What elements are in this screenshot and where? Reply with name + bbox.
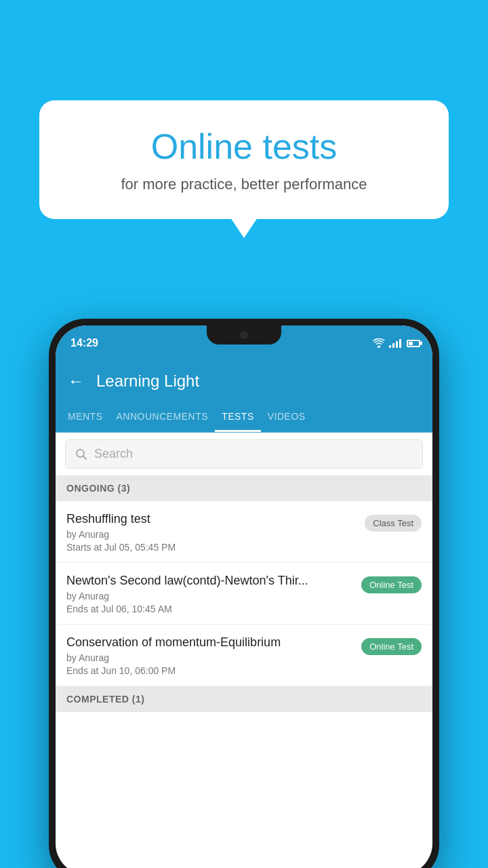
app-title: Learning Light: [96, 372, 199, 391]
svg-point-0: [378, 346, 380, 348]
tab-ments[interactable]: MENTS: [61, 401, 110, 432]
speech-bubble-title: Online tests: [73, 127, 415, 166]
camera-dot: [240, 331, 248, 339]
test-badge-3: Online Test: [361, 638, 422, 655]
phone-inner: 14:29: [56, 326, 432, 868]
tab-tests[interactable]: TESTS: [215, 401, 261, 432]
status-bar: 14:29: [56, 326, 432, 361]
phone-container: 14:29: [49, 319, 439, 868]
wifi-icon: [373, 338, 385, 348]
test-badge-1: Class Test: [365, 515, 422, 532]
ongoing-section-header: ONGOING (3): [56, 475, 432, 501]
test-item-left-2: Newton's Second law(contd)-Newton's Thir…: [66, 574, 354, 614]
signal-bars-icon: [389, 338, 401, 348]
test-item[interactable]: Reshuffling test by Anurag Starts at Jul…: [56, 501, 432, 563]
completed-section-header: COMPLETED (1): [56, 686, 432, 712]
test-item-3[interactable]: Conservation of momentum-Equilibrium by …: [56, 625, 432, 686]
battery-icon: [407, 340, 420, 347]
test-date-3: Ends at Jun 10, 06:00 PM: [66, 665, 354, 676]
notch: [207, 326, 281, 344]
test-author-3: by Anurag: [66, 652, 354, 663]
back-button[interactable]: ←: [68, 372, 84, 391]
test-author-2: by Anurag: [66, 591, 354, 601]
test-item-left-3: Conservation of momentum-Equilibrium by …: [66, 635, 354, 676]
status-time: 14:29: [70, 337, 98, 349]
test-date-1: Starts at Jul 05, 05:45 PM: [66, 542, 358, 553]
tab-videos[interactable]: VIDEOS: [261, 401, 312, 432]
phone-outer: 14:29: [49, 319, 439, 868]
tabs-bar: MENTS ANNOUNCEMENTS TESTS VIDEOS: [56, 401, 432, 433]
test-date-2: Ends at Jul 06, 10:45 AM: [66, 604, 354, 614]
status-icons: [373, 338, 420, 348]
test-name-2: Newton's Second law(contd)-Newton's Thir…: [66, 574, 354, 588]
tab-announcements[interactable]: ANNOUNCEMENTS: [110, 401, 216, 432]
svg-line-2: [83, 456, 87, 459]
speech-bubble-subtitle: for more practice, better performance: [73, 176, 415, 193]
content-area: Search ONGOING (3) Reshuffling test by A…: [56, 433, 432, 712]
test-name-1: Reshuffling test: [66, 512, 358, 526]
search-placeholder: Search: [94, 447, 133, 461]
search-box[interactable]: Search: [65, 439, 423, 469]
completed-section-title: COMPLETED (1): [66, 694, 144, 705]
test-item-2[interactable]: Newton's Second law(contd)-Newton's Thir…: [56, 563, 432, 625]
test-item-left-1: Reshuffling test by Anurag Starts at Jul…: [66, 512, 358, 553]
test-author-1: by Anurag: [66, 529, 358, 540]
speech-bubble: Online tests for more practice, better p…: [39, 100, 449, 219]
search-container: Search: [56, 433, 432, 475]
test-badge-2: Online Test: [361, 576, 422, 593]
speech-bubble-container: Online tests for more practice, better p…: [39, 100, 449, 219]
app-header: ← Learning Light: [56, 361, 432, 401]
search-icon: [75, 448, 87, 460]
test-name-3: Conservation of momentum-Equilibrium: [66, 635, 354, 650]
ongoing-section-title: ONGOING (3): [66, 483, 130, 494]
